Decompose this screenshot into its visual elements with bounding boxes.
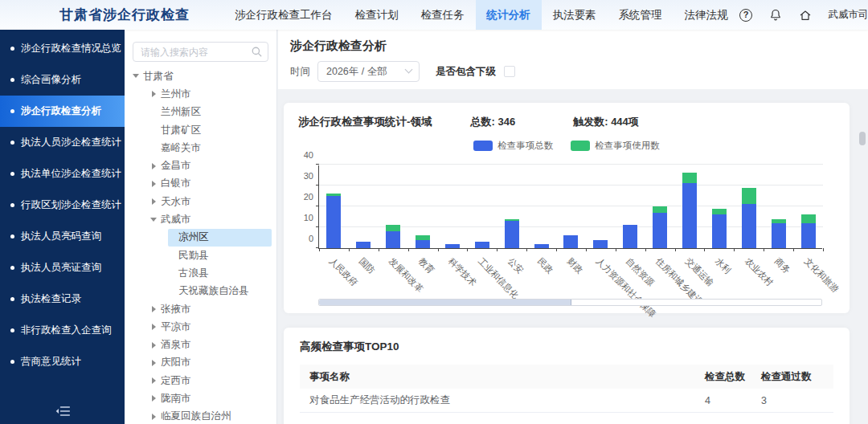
bar-检查事项使用数 bbox=[416, 235, 430, 239]
tree-node-content: 庆阳市 bbox=[150, 354, 272, 372]
tree-node-19[interactable]: 临夏回族自治州 bbox=[125, 408, 276, 424]
bar-检查事项总数 bbox=[505, 221, 519, 248]
tree-node-9[interactable]: 凉州区 bbox=[125, 229, 276, 247]
search-icon bbox=[251, 46, 263, 58]
tree-node-label: 甘肃省 bbox=[143, 70, 174, 84]
app-header: 甘肃省涉企行政检查 涉企行政检查工作台检查计划检查任务统计分析执法要素系统管理法… bbox=[0, 0, 868, 30]
tree-node-4[interactable]: 嘉峪关市 bbox=[125, 139, 276, 157]
bar-检查事项使用数 bbox=[386, 225, 400, 231]
sidebar-item-label: 执法检查记录 bbox=[21, 292, 81, 306]
sidebar-item-8[interactable]: 执法检查记录 bbox=[0, 283, 125, 315]
expander-icon[interactable] bbox=[150, 91, 161, 97]
tree-node-15[interactable]: 酒泉市 bbox=[125, 336, 276, 353]
nav-tab-5[interactable]: 系统管理 bbox=[608, 0, 674, 30]
x-axis-tick bbox=[379, 248, 379, 251]
time-select[interactable]: 2026年 / 全部 bbox=[317, 61, 420, 82]
page-title: 涉企行政检查分析 bbox=[290, 39, 855, 54]
tree-node-14[interactable]: 平凉市 bbox=[125, 318, 276, 336]
tree-node-16[interactable]: 庆阳市 bbox=[125, 354, 276, 372]
expander-icon[interactable] bbox=[150, 181, 161, 187]
x-axis-label: 教育 bbox=[416, 255, 436, 276]
tree-node-3[interactable]: 甘肃矿区 bbox=[125, 121, 276, 139]
nav-tab-3[interactable]: 统计分析 bbox=[476, 0, 542, 30]
tree-node-content: 嘉峪关市 bbox=[150, 139, 272, 157]
user-menu[interactable]: 武威市司法局，您好 bbox=[829, 8, 868, 22]
x-axis-label: 农业农村 bbox=[742, 255, 776, 289]
sidebar-item-5[interactable]: 行政区划涉企检查统计 bbox=[0, 190, 125, 221]
bullet-icon bbox=[10, 141, 14, 145]
y-axis-label: 40 bbox=[304, 150, 313, 160]
tree-node-12[interactable]: 天祝藏族自治县 bbox=[125, 283, 276, 300]
y-axis-label: 20 bbox=[304, 192, 313, 202]
tree-node-content: 酒泉市 bbox=[150, 336, 272, 353]
tree-node-2[interactable]: 兰州新区 bbox=[125, 104, 276, 121]
sidebar-item-10[interactable]: 营商意见统计 bbox=[0, 346, 125, 377]
tree-node-content: 兰州市 bbox=[150, 85, 272, 103]
tree-node-6[interactable]: 白银市 bbox=[125, 175, 276, 193]
nav-tab-2[interactable]: 检查任务 bbox=[410, 0, 476, 30]
tree-node-10[interactable]: 民勤县 bbox=[125, 247, 276, 264]
expander-icon[interactable] bbox=[150, 163, 161, 169]
expander-icon[interactable] bbox=[133, 71, 143, 81]
expander-icon[interactable] bbox=[150, 377, 161, 384]
bar-检查事项总数 bbox=[534, 244, 549, 248]
tree-node-18[interactable]: 陇南市 bbox=[125, 389, 276, 407]
expander-icon[interactable] bbox=[150, 306, 161, 312]
include-sub-checkbox[interactable] bbox=[504, 66, 515, 77]
bar-slot-13 bbox=[704, 165, 734, 248]
sidebar-item-1[interactable]: 综合画像分析 bbox=[0, 64, 125, 96]
tree-node-0[interactable]: 甘肃省 bbox=[125, 67, 276, 85]
expander-icon[interactable] bbox=[150, 360, 161, 366]
bar-slot-16 bbox=[793, 165, 823, 248]
tree-node-17[interactable]: 定西市 bbox=[125, 372, 276, 389]
tree-search-input[interactable] bbox=[133, 42, 268, 62]
sidebar-item-2[interactable]: 涉企行政检查分析 bbox=[0, 96, 125, 127]
x-axis-label: 水利 bbox=[712, 255, 733, 276]
nav-tab-1[interactable]: 检查计划 bbox=[344, 0, 410, 30]
y-axis-label: 0 bbox=[309, 234, 313, 243]
nav-tab-0[interactable]: 涉企行政检查工作台 bbox=[223, 0, 344, 30]
sidebar-item-7[interactable]: 执法人员亮证查询 bbox=[0, 252, 125, 283]
sidebar-item-6[interactable]: 执法人员亮码查询 bbox=[0, 221, 125, 252]
bar-slot-0 bbox=[319, 165, 349, 248]
expander-icon[interactable] bbox=[150, 324, 161, 330]
legend-item-0[interactable]: 检查事项总数 bbox=[473, 140, 553, 152]
expander-icon[interactable] bbox=[150, 198, 161, 205]
bar-chart-plot: 010203040人民政府国防发展和改革教育科学技术工业和信息化公安民政财政人力… bbox=[318, 165, 822, 249]
y-axis-label: 30 bbox=[304, 171, 313, 181]
datazoom-thumb[interactable] bbox=[319, 300, 571, 305]
tree-node-11[interactable]: 古浪县 bbox=[125, 264, 276, 282]
home-icon[interactable] bbox=[799, 8, 813, 22]
x-axis-label: 民政 bbox=[534, 255, 555, 276]
tree-node-5[interactable]: 金昌市 bbox=[125, 157, 276, 174]
help-icon[interactable]: ? bbox=[739, 8, 753, 22]
sidebar-item-0[interactable]: 涉企行政检查情况总览 bbox=[0, 33, 125, 64]
expander-icon[interactable] bbox=[150, 414, 161, 420]
nav-tab-6[interactable]: 法律法规 bbox=[674, 0, 739, 30]
sidebar-item-4[interactable]: 执法单位涉企检查统计 bbox=[0, 158, 125, 190]
sidebar-collapse-button[interactable] bbox=[0, 405, 125, 418]
triangle-down-icon bbox=[150, 218, 157, 225]
sidebar-item-9[interactable]: 非行政检查入企查询 bbox=[0, 315, 125, 346]
x-axis-tick bbox=[764, 248, 764, 251]
expander-icon[interactable] bbox=[150, 215, 161, 225]
chevron-down-icon bbox=[405, 66, 413, 74]
tree-node-label: 民勤县 bbox=[178, 249, 209, 263]
tree-node-7[interactable]: 天水市 bbox=[125, 193, 276, 210]
tree-node-8[interactable]: 武威市 bbox=[125, 210, 276, 228]
chart-datazoom-slider[interactable] bbox=[318, 299, 822, 306]
notification-bell-icon[interactable] bbox=[769, 8, 783, 22]
nav-tab-4[interactable]: 执法要素 bbox=[542, 0, 608, 30]
tree-node-1[interactable]: 兰州市 bbox=[125, 85, 276, 103]
expander-icon[interactable] bbox=[150, 395, 161, 402]
bar-检查事项使用数 bbox=[682, 173, 697, 183]
legend-item-1[interactable]: 检查事项使用数 bbox=[571, 140, 660, 152]
sidebar-item-3[interactable]: 执法人员涉企检查统计 bbox=[0, 127, 125, 158]
total-value: 346 bbox=[497, 116, 515, 128]
tree-node-13[interactable]: 张掖市 bbox=[125, 300, 276, 318]
expander-icon[interactable] bbox=[150, 342, 161, 349]
legend-label: 检查事项总数 bbox=[497, 140, 553, 152]
scrollbar-thumb[interactable] bbox=[859, 132, 866, 145]
triangle-down-icon bbox=[133, 74, 139, 81]
tree-node-content: 金昌市 bbox=[150, 157, 272, 174]
